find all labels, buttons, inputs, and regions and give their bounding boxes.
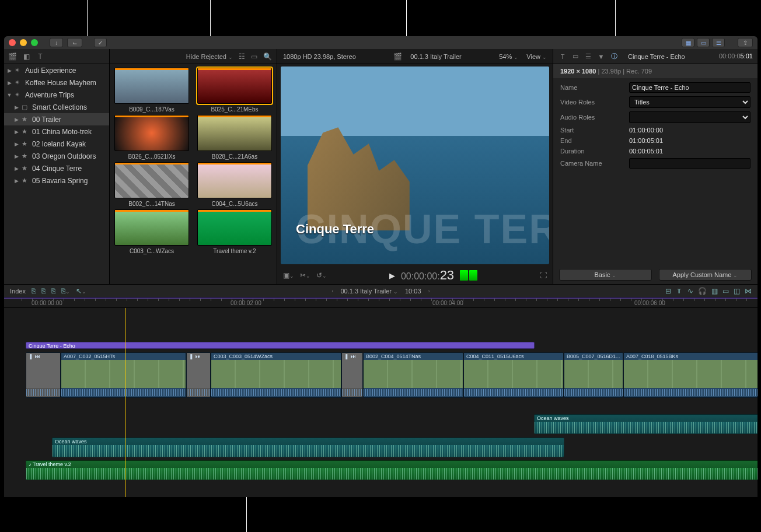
connect-clip-icon[interactable]: ⎘: [32, 287, 36, 295]
event-item[interactable]: ▶★00 Trailer: [4, 113, 109, 125]
clip-grid[interactable]: B009_C...187VasB025_C...21MEbsB026_C...0…: [110, 64, 277, 284]
end-value: 01:00:05:01: [629, 137, 750, 144]
video-clip[interactable]: ❚ ⏭: [341, 352, 363, 398]
inspector-toggle-button[interactable]: ☰: [712, 38, 725, 47]
video-roles-select[interactable]: Titles: [629, 96, 750, 108]
window-close-button[interactable]: [9, 39, 16, 46]
zoom-menu[interactable]: 54% ⌄: [499, 53, 518, 60]
overwrite-clip-icon[interactable]: ⎘⌄: [61, 287, 70, 295]
video-clip[interactable]: A007_C018_0515BKs: [623, 352, 757, 398]
metadata-view-menu[interactable]: Basic ⌄: [559, 269, 652, 281]
titles-tab-icon[interactable]: T: [36, 52, 45, 61]
keyword-button[interactable]: ⌙: [67, 38, 82, 47]
name-field-label: Name: [560, 84, 624, 91]
browser-toggle-button[interactable]: ▦: [682, 38, 694, 47]
event-item[interactable]: ▶★04 Cinque Terre: [4, 162, 109, 174]
inspector-fields: Name Video RolesTitles Audio Roles Start…: [553, 78, 757, 173]
play-button[interactable]: ▶: [389, 271, 395, 280]
library-item[interactable]: ▼✴Adventure Trips: [4, 89, 109, 101]
start-value: 01:00:00:00: [629, 127, 750, 134]
lane-icon[interactable]: ▥: [711, 287, 718, 295]
video-clip[interactable]: C003_C003_0514WZacs: [211, 352, 341, 398]
import-button[interactable]: ↓: [50, 38, 63, 47]
view-menu[interactable]: View ⌄: [526, 53, 547, 60]
library-item[interactable]: ▶✴Audi Experience: [4, 64, 109, 76]
project-name[interactable]: 00.1.3 Italy Trailer: [410, 53, 461, 60]
generator-inspector-icon[interactable]: ☰: [584, 52, 593, 61]
clip-appearance-icon[interactable]: ☷: [239, 52, 245, 61]
browser-clip[interactable]: B025_C...21MEbs: [197, 68, 272, 113]
audio-clip[interactable]: Ocean waves: [52, 438, 564, 457]
append-clip-icon[interactable]: ⎘: [51, 287, 55, 295]
video-clip[interactable]: C004_C011_0515U6acs: [463, 352, 564, 398]
name-field-input[interactable]: [629, 82, 750, 93]
camera-input[interactable]: [629, 158, 750, 169]
effects-browser-icon[interactable]: ◫: [734, 287, 740, 295]
audio-roles-select[interactable]: [629, 111, 750, 123]
apply-custom-name-menu[interactable]: Apply Custom Name ⌄: [659, 269, 752, 281]
background-tasks-button[interactable]: ✓: [94, 38, 107, 47]
index-button[interactable]: Index: [10, 288, 26, 295]
library-tab-icon[interactable]: 🎬: [8, 52, 17, 61]
browser-clip[interactable]: C004_C...5U6acs: [197, 162, 272, 207]
event-item[interactable]: ▶▢Smart Collections: [4, 101, 109, 113]
title-clip[interactable]: Cinque Terre - Echo: [26, 342, 535, 349]
tool-select-icon[interactable]: ↖⌄: [76, 287, 86, 295]
window-zoom-button[interactable]: [31, 39, 38, 46]
event-item[interactable]: ▶★02 Iceland Kayak: [4, 138, 109, 150]
audio-clip[interactable]: Ocean waves: [534, 414, 757, 434]
timeline-ruler[interactable]: 00:00:00:0000:00:02:0000:00:04:0000:00:0…: [4, 298, 757, 308]
timeline: Index ⎘ ⎘ ⎘ ⎘⌄ ↖⌄ ‹ 00.1.3 Italy Trailer…: [4, 285, 757, 497]
timeline-toggle-button[interactable]: ▭: [697, 38, 710, 47]
audio-skimming-icon[interactable]: ⫪: [676, 287, 683, 295]
titlebar: ↓ ⌙ ✓ ▦ ▭ ☰ ⇪: [4, 36, 757, 49]
history-back-button[interactable]: ‹: [331, 288, 333, 294]
photos-tab-icon[interactable]: ◧: [22, 52, 31, 61]
audio-meter-r: [469, 270, 477, 281]
playhead[interactable]: [125, 308, 125, 497]
video-inspector-icon[interactable]: ▭: [571, 52, 580, 61]
window-minimize-button[interactable]: [20, 39, 27, 46]
browser-clip[interactable]: B002_C...14TNas: [114, 162, 189, 207]
upper-panels: 🎬 ◧ T ▶✴Audi Experience▶✴Koffee House Ma…: [4, 49, 757, 285]
transitions-browser-icon[interactable]: ⋈: [745, 287, 752, 295]
insert-clip-icon[interactable]: ⎘: [41, 287, 46, 295]
text-inspector-icon[interactable]: T: [558, 52, 567, 61]
browser-clip[interactable]: B026_C...0521IXs: [114, 115, 189, 160]
clip-appearance-timeline-icon[interactable]: ▭: [722, 287, 729, 295]
transition-inspector-icon[interactable]: ▼: [596, 52, 606, 61]
solo-icon[interactable]: ∿: [687, 287, 693, 295]
fullscreen-icon[interactable]: ⛶: [540, 271, 547, 279]
event-item[interactable]: ▶★05 Bavaria Spring: [4, 174, 109, 187]
group-by-icon[interactable]: ▭: [251, 52, 257, 61]
library-item[interactable]: ▶✴Koffee House Mayhem: [4, 76, 109, 89]
video-clip[interactable]: B005_C007_0516D1...: [564, 352, 623, 398]
search-icon[interactable]: 🔍: [263, 52, 272, 61]
video-clip[interactable]: ❚ ⏭: [186, 352, 211, 398]
browser-clip[interactable]: B028_C...21A6as: [197, 115, 272, 160]
color-menu-icon[interactable]: ✂⌄: [300, 271, 310, 279]
info-inspector-icon[interactable]: ⓘ: [609, 52, 619, 61]
video-clip[interactable]: ❚ ⏭: [26, 352, 61, 398]
timeline-project-name[interactable]: 00.1.3 Italy Trailer ⌄: [340, 288, 398, 295]
event-item[interactable]: ▶★03 Oregon Outdoors: [4, 150, 109, 162]
browser-clip[interactable]: C003_C...WZacs: [114, 209, 189, 254]
browser-clip[interactable]: B009_C...187Vas: [114, 68, 189, 113]
timeline-tracks[interactable]: Cinque Terre - Echo❚ ⏭ A007_C032_0515HTs…: [4, 308, 757, 497]
audio-clip[interactable]: ♪ Travel theme v.2: [26, 460, 757, 480]
viewer-canvas[interactable]: CINQUE TERRE Cinque Terre: [281, 66, 549, 264]
share-button[interactable]: ⇪: [738, 38, 753, 47]
filter-menu[interactable]: Hide Rejected ⌄: [186, 53, 233, 60]
transform-menu-icon[interactable]: ▣⌄: [283, 271, 294, 279]
event-item[interactable]: ▶★01 China Moto-trek: [4, 125, 109, 138]
timecode-display[interactable]: 00:00:00:23: [401, 268, 454, 283]
skimming-icon[interactable]: ⊟: [665, 287, 671, 295]
title-foreground-text: Cinque Terre: [296, 222, 374, 237]
browser-clip[interactable]: Travel theme v.2: [197, 209, 272, 254]
video-clip[interactable]: A007_C032_0515HTs: [61, 352, 186, 398]
history-fwd-button[interactable]: ›: [428, 288, 430, 294]
video-clip[interactable]: B002_C004_0514TNas: [363, 352, 463, 398]
snapping-icon[interactable]: 🎧: [698, 287, 707, 295]
viewer: 1080p HD 23.98p, Stereo 🎬 00.1.3 Italy T…: [277, 49, 553, 284]
retime-menu-icon[interactable]: ↺⌄: [316, 271, 327, 279]
